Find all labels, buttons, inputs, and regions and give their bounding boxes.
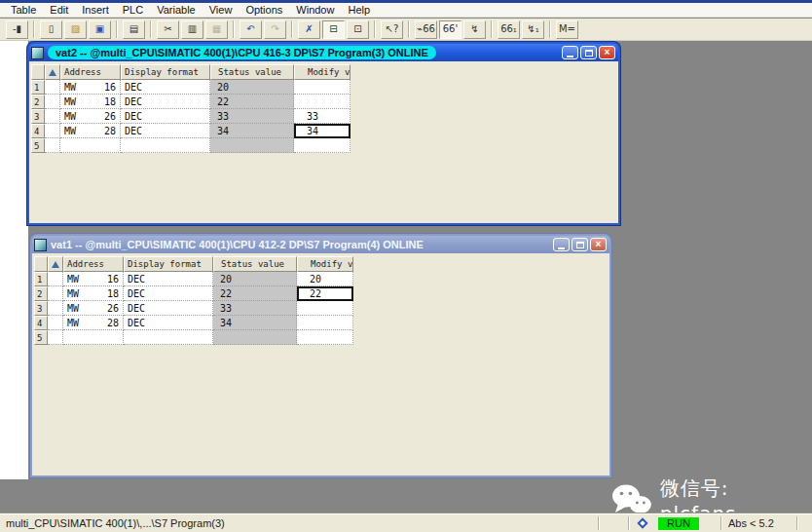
row-number[interactable]: 2 <box>31 95 45 109</box>
modify-value-cell[interactable] <box>294 138 351 153</box>
menu-item-table[interactable]: Table <box>4 3 43 17</box>
help-pointer-button[interactable]: ↖? <box>381 20 403 39</box>
modify-value-cell[interactable] <box>294 95 351 109</box>
display-format-cell[interactable]: DEC <box>124 286 213 301</box>
address-cell[interactable]: MW28 <box>60 124 121 138</box>
modify-value-cell[interactable]: 34 <box>294 124 351 138</box>
address-cell[interactable]: MW18 <box>63 286 124 301</box>
marker-cell[interactable] <box>45 80 60 95</box>
monitor-once-button[interactable]: 66₁ <box>498 20 520 39</box>
display-format-cell[interactable]: DEC <box>121 95 210 109</box>
pin-button[interactable]: -▮ <box>6 20 28 39</box>
display-format-cell[interactable]: DEC <box>121 109 210 124</box>
monitor-trigger-button[interactable]: ⌁66 <box>415 20 437 39</box>
menu-item-view[interactable]: View <box>203 3 240 17</box>
menu-item-help[interactable]: Help <box>341 3 377 17</box>
display-format-cell[interactable]: DEC <box>121 80 210 95</box>
marker-cell[interactable] <box>48 330 63 345</box>
menu-item-plc[interactable]: PLC <box>116 3 150 17</box>
status-value-cell[interactable]: 33 <box>210 109 294 124</box>
modify-value-cell[interactable]: 22 <box>297 286 353 301</box>
address-cell[interactable] <box>63 330 124 345</box>
maximize-button[interactable] <box>572 238 588 251</box>
marker-cell[interactable] <box>48 316 63 330</box>
menu-item-window[interactable]: Window <box>289 3 341 17</box>
modify-value-cell[interactable]: 20 <box>297 272 353 286</box>
status-value-cell[interactable]: 34 <box>210 124 294 138</box>
address-cell[interactable]: MW28 <box>63 316 124 330</box>
display-format-cell[interactable]: DEC <box>121 124 210 138</box>
address-cell[interactable]: MW26 <box>60 109 121 124</box>
menu-item-edit[interactable]: Edit <box>43 3 75 17</box>
status-value-cell[interactable]: 20 <box>213 272 297 286</box>
redo-button[interactable]: ↷ <box>264 20 286 39</box>
marker-cell[interactable] <box>45 109 60 124</box>
row-number[interactable]: 1 <box>31 80 45 95</box>
new-button[interactable]: ▯ <box>40 20 62 39</box>
copy-button[interactable]: ▥ <box>181 20 203 39</box>
modify-value-cell[interactable] <box>294 80 351 95</box>
minimize-button[interactable] <box>562 46 578 59</box>
menu-item-insert[interactable]: Insert <box>75 3 116 17</box>
address-cell[interactable]: MW16 <box>63 272 124 286</box>
status-value-cell[interactable]: 22 <box>210 95 294 109</box>
status-value-cell[interactable]: 33 <box>213 301 297 316</box>
vat1-title-bar[interactable]: vat1 -- @multi_CPU\SIMATIC 400(1)\CPU 41… <box>32 236 609 253</box>
display-format-cell[interactable]: DEC <box>124 301 213 316</box>
status-value-cell[interactable] <box>213 330 297 345</box>
modify-variable-button[interactable]: ↯ <box>463 20 486 39</box>
address-cell[interactable]: MW16 <box>60 80 121 95</box>
minimize-button[interactable] <box>553 238 570 251</box>
row-number[interactable]: 5 <box>31 138 45 153</box>
marker-cell[interactable] <box>45 95 60 109</box>
cut-button[interactable]: ✂ <box>157 20 179 39</box>
modify-value-cell[interactable] <box>297 301 353 316</box>
row-number[interactable]: 3 <box>31 109 45 124</box>
marker-cell[interactable] <box>45 124 60 138</box>
row-number[interactable]: 1 <box>34 272 48 286</box>
connect-accessible-cpu-button[interactable]: ⊡ <box>347 20 369 39</box>
display-format-cell[interactable] <box>124 330 213 345</box>
open-button[interactable]: ▨ <box>64 20 87 39</box>
table-row: 3MW26DEC3333 <box>31 109 351 124</box>
row-number[interactable]: 3 <box>34 301 48 316</box>
menu-item-options[interactable]: Options <box>239 3 289 17</box>
row-number[interactable]: 2 <box>34 286 48 301</box>
address-cell[interactable]: MW18 <box>60 95 121 109</box>
undo-button[interactable]: ↶ <box>240 20 262 39</box>
marker-cell[interactable] <box>48 286 63 301</box>
delete-button[interactable]: ✗ <box>298 20 320 39</box>
print-button[interactable]: ▤ <box>123 20 145 39</box>
display-format-cell[interactable]: DEC <box>124 272 213 286</box>
address-cell[interactable] <box>60 138 121 153</box>
modify-value-cell[interactable]: 33 <box>294 109 351 124</box>
marker-cell[interactable] <box>48 272 63 286</box>
status-value-cell[interactable]: 34 <box>213 316 297 330</box>
marker-cell[interactable] <box>45 138 60 153</box>
marker-cell[interactable] <box>48 301 63 316</box>
close-button[interactable]: × <box>599 46 615 59</box>
row-number[interactable]: 4 <box>34 316 48 330</box>
trigger-settings-button[interactable]: M= <box>556 20 578 39</box>
close-button[interactable]: × <box>590 238 607 251</box>
display-format-cell[interactable] <box>121 138 210 153</box>
status-value-cell[interactable]: 22 <box>213 286 297 301</box>
menu-item-variable[interactable]: Variable <box>150 3 203 17</box>
address-cell[interactable]: MW26 <box>63 301 124 316</box>
display-format-cell[interactable]: DEC <box>124 316 213 330</box>
column-header: Modify value <box>297 256 353 272</box>
vat2-title-bar[interactable]: vat2 -- @multi_CPU\SIMATIC 400(1)\CPU 41… <box>29 44 618 61</box>
save-button[interactable]: ▣ <box>89 20 111 39</box>
modify-once-button[interactable]: ↯₁ <box>522 20 544 39</box>
monitor-variable-button[interactable]: 66' <box>439 20 461 39</box>
modify-value-cell[interactable] <box>297 330 353 345</box>
row-number[interactable]: 5 <box>34 330 48 345</box>
status-value-cell[interactable]: 20 <box>210 80 294 95</box>
modify-value-cell[interactable] <box>297 316 353 330</box>
maximize-button[interactable] <box>580 46 597 59</box>
paste-button[interactable]: ▦ <box>205 20 228 39</box>
connect-configured-cpu-button[interactable]: ⊟ <box>322 20 345 39</box>
status-value-cell[interactable] <box>210 138 294 153</box>
column-header: Address <box>60 64 121 80</box>
row-number[interactable]: 4 <box>31 124 45 138</box>
